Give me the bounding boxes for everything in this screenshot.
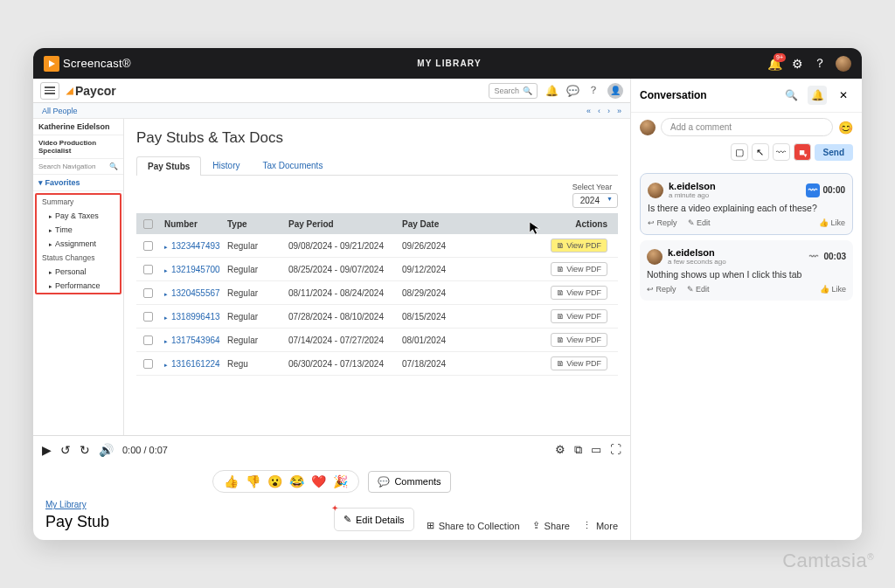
fullscreen-icon[interactable]: ⛶ bbox=[610, 443, 621, 456]
play-button[interactable]: ▶ bbox=[42, 443, 52, 457]
timestamp-marker-icon[interactable]: 〰 bbox=[806, 183, 820, 197]
thumbs-down-icon[interactable]: 👎 bbox=[246, 474, 260, 488]
table-row: ▸1323447493 Regular 09/08/2024 - 09/21/2… bbox=[136, 234, 618, 258]
tool-color-picker[interactable]: ■ bbox=[794, 143, 811, 161]
sidebar-item-personal[interactable]: ▸Personal bbox=[37, 265, 120, 279]
page-title: Pay Stubs & Tax Docs bbox=[136, 129, 618, 147]
row-checkbox[interactable] bbox=[143, 336, 153, 345]
row-type: Regu bbox=[222, 359, 283, 369]
edit-details-button[interactable]: ✎ Edit Details bbox=[334, 508, 414, 531]
like-button[interactable]: 👍 Like bbox=[819, 218, 845, 227]
row-number[interactable]: ▸1318996413 bbox=[159, 312, 222, 322]
emoji-reactions[interactable]: 👍 👎 😮 😂 ❤️ 🎉 bbox=[212, 470, 359, 493]
view-pdf-button[interactable]: 🗎 View PDF bbox=[551, 286, 607, 300]
tab-tax-documents[interactable]: Tax Documents bbox=[251, 156, 334, 175]
reply-button[interactable]: ↩ Reply bbox=[647, 285, 676, 294]
row-checkbox[interactable] bbox=[143, 288, 153, 298]
theater-icon[interactable]: ▭ bbox=[591, 443, 601, 456]
rewind-button[interactable]: ↺ bbox=[60, 443, 71, 457]
profile-avatar[interactable]: 👤 bbox=[607, 83, 623, 99]
laugh-icon[interactable]: 😂 bbox=[289, 474, 304, 488]
row-checkbox[interactable] bbox=[143, 265, 153, 274]
comments-button[interactable]: 💬 Comments bbox=[368, 471, 450, 493]
search-navigation-input[interactable]: Search Navigation🔍 bbox=[33, 159, 123, 175]
volume-icon[interactable]: 🔊 bbox=[99, 443, 114, 457]
breadcrumb-text[interactable]: All People bbox=[42, 107, 78, 115]
row-date: 08/29/2024 bbox=[397, 288, 467, 298]
global-search-input[interactable]: Search 🔍 bbox=[489, 83, 538, 99]
comment-time: a few seconds ago bbox=[668, 258, 726, 266]
sidebar-item-performance[interactable]: ▸Performance bbox=[37, 279, 120, 293]
sidebar-item-time[interactable]: ▸Time bbox=[37, 223, 120, 237]
row-number[interactable]: ▸1323447493 bbox=[159, 241, 222, 251]
conv-search-icon[interactable]: 🔍 bbox=[781, 86, 801, 105]
row-checkbox[interactable] bbox=[143, 241, 153, 251]
tab-pay-stubs[interactable]: Pay Stubs bbox=[136, 156, 201, 176]
settings-gear-icon[interactable]: ⚙ bbox=[555, 443, 565, 456]
like-button[interactable]: 👍 Like bbox=[820, 285, 846, 294]
notif-badge: 9+ bbox=[774, 53, 786, 62]
nav-prev-icon[interactable]: ‹ bbox=[598, 107, 600, 115]
tool-arrow-icon[interactable]: ↖ bbox=[752, 143, 769, 161]
screencast-logo-icon bbox=[44, 56, 59, 72]
edit-button[interactable]: ✎ Edit bbox=[687, 285, 710, 294]
hamburger-menu[interactable] bbox=[40, 82, 59, 100]
row-number[interactable]: ▸1321945700 bbox=[159, 265, 222, 274]
nav-first-icon[interactable]: « bbox=[586, 107, 591, 115]
tool-rectangle-icon[interactable]: ▢ bbox=[731, 143, 748, 161]
row-checkbox[interactable] bbox=[143, 312, 153, 322]
view-pdf-button[interactable]: 🗎 View PDF bbox=[551, 356, 607, 370]
share-button[interactable]: ⇪ Share bbox=[532, 520, 570, 531]
row-number[interactable]: ▸1316161224 bbox=[159, 359, 222, 369]
help-icon[interactable]: ？ bbox=[813, 57, 827, 71]
user-avatar[interactable] bbox=[836, 56, 851, 72]
comment-timestamp[interactable]: 00:03 bbox=[823, 252, 846, 261]
tab-history[interactable]: History bbox=[201, 156, 251, 175]
forward-button[interactable]: ↻ bbox=[80, 443, 90, 457]
row-type: Regular bbox=[222, 241, 283, 251]
chat-icon[interactable]: 💬 bbox=[565, 84, 579, 98]
comment-timestamp[interactable]: 00:00 bbox=[822, 185, 845, 195]
party-icon[interactable]: 🎉 bbox=[333, 474, 348, 488]
row-number[interactable]: ▸1317543964 bbox=[159, 336, 222, 345]
favorites-section[interactable]: ▾ Favorites bbox=[33, 175, 123, 191]
annotation-tools: ▢ ↖ 〰 ■ Send bbox=[631, 142, 862, 168]
row-period: 07/14/2024 - 07/27/2024 bbox=[283, 336, 397, 345]
view-pdf-button[interactable]: 🗎 View PDF bbox=[551, 239, 607, 252]
notifications-icon[interactable]: 🔔9+ bbox=[767, 57, 781, 71]
row-period: 08/25/2024 - 09/07/2024 bbox=[283, 265, 397, 274]
settings-icon[interactable]: ⚙ bbox=[790, 57, 804, 71]
emoji-picker-icon[interactable]: 😊 bbox=[838, 121, 853, 135]
nav-last-icon[interactable]: » bbox=[617, 107, 621, 115]
add-comment-input[interactable]: Add a comment bbox=[661, 118, 833, 136]
more-button[interactable]: ⋮ More bbox=[582, 520, 618, 531]
sidebar-item-pay-taxes[interactable]: ▸Pay & Taxes bbox=[37, 209, 120, 223]
view-pdf-button[interactable]: 🗎 View PDF bbox=[551, 333, 607, 347]
nav-next-icon[interactable]: › bbox=[607, 107, 610, 115]
edit-button[interactable]: ✎ Edit bbox=[688, 218, 711, 227]
year-select[interactable]: 2024 bbox=[572, 193, 618, 208]
conv-close-icon[interactable]: ✕ bbox=[834, 86, 853, 105]
share-to-collection-button[interactable]: ⊞ Share to Collection bbox=[427, 520, 520, 531]
breadcrumb: All People « ‹ › » bbox=[33, 103, 630, 119]
view-pdf-button[interactable]: 🗎 View PDF bbox=[551, 262, 607, 276]
tool-squiggle-icon[interactable]: 〰 bbox=[773, 143, 790, 161]
help-circle-icon[interactable]: ？ bbox=[586, 84, 600, 98]
sidebar-item-assignment[interactable]: ▸Assignment bbox=[37, 237, 120, 251]
thumbs-up-icon[interactable]: 👍 bbox=[224, 474, 239, 488]
wow-icon[interactable]: 😮 bbox=[267, 474, 282, 488]
conv-bell-icon[interactable]: 🔔 bbox=[808, 86, 827, 105]
comment-card: k.eidelsona minute ago 〰00:00 Is there a… bbox=[640, 173, 853, 235]
footer-breadcrumb[interactable]: My Library bbox=[45, 500, 109, 509]
bell-icon[interactable]: 🔔 bbox=[545, 84, 559, 98]
send-button[interactable]: Send bbox=[815, 144, 853, 161]
row-checkbox[interactable] bbox=[143, 359, 153, 369]
row-number[interactable]: ▸1320455567 bbox=[159, 288, 222, 298]
heart-icon[interactable]: ❤️ bbox=[311, 474, 326, 488]
reply-button[interactable]: ↩ Reply bbox=[648, 218, 677, 227]
row-period: 07/28/2024 - 08/10/2024 bbox=[283, 312, 397, 322]
pip-icon[interactable]: ⧉ bbox=[574, 443, 582, 457]
timestamp-marker-icon[interactable]: 〰 bbox=[807, 250, 821, 264]
select-all-checkbox[interactable] bbox=[143, 219, 153, 229]
view-pdf-button[interactable]: 🗎 View PDF bbox=[551, 309, 607, 323]
